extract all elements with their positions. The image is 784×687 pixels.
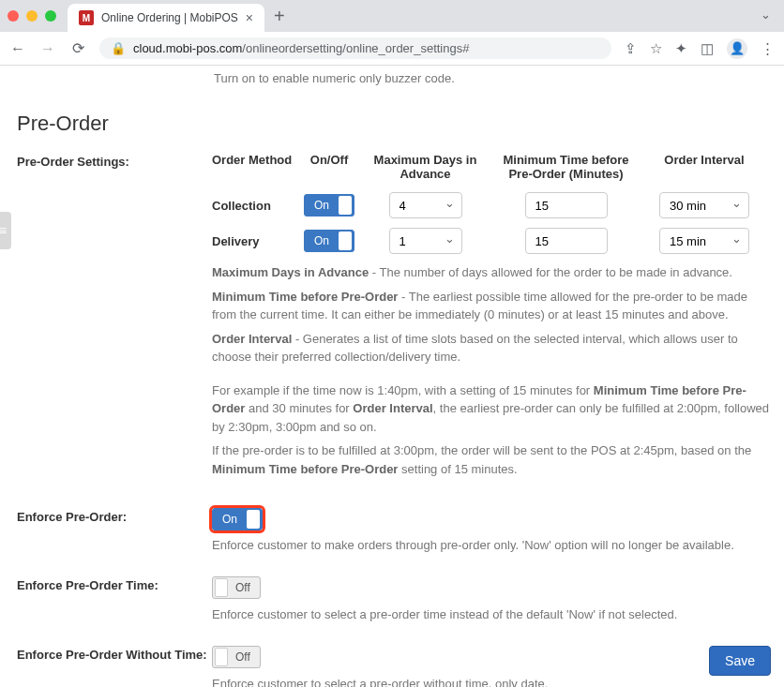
enforce-without-time-toggle[interactable]: Off [212,646,261,668]
back-button[interactable]: ← [9,40,26,57]
row-collection: Collection On 4 30 min [212,192,770,218]
enforce-time-label: Enforce Pre-Order Time: [17,576,212,621]
tab-favicon: M [79,10,94,25]
delivery-max-days-select[interactable]: 1 [389,228,462,254]
page-content: ≡ Turn on to enable numeric only buzzer … [0,71,784,687]
help-interval: Order Interval - Generates a list of tim… [212,330,770,366]
side-drawer-handle[interactable]: ≡ [0,212,11,249]
bookmark-icon[interactable]: ☆ [650,40,662,57]
enforce-without-time-block: Enforce Pre-Order Without Time: Off Enfo… [17,646,767,687]
row-delivery-label: Delivery [212,234,301,248]
help-example-2: If the pre-order is to be fulfilled at 3… [212,441,770,478]
delivery-min-time-input[interactable] [525,228,608,254]
window-controls [8,10,56,22]
header-on-off: On/Off [301,153,357,181]
kebab-menu-icon[interactable]: ⋮ [761,40,775,57]
close-window-button[interactable] [8,10,19,22]
reader-icon[interactable]: ◫ [701,40,714,57]
settings-header-row: Order Method On/Off Maximum Days in Adva… [212,153,770,181]
enforce-preorder-toggle[interactable]: On [212,508,263,530]
enforce-time-desc: Enforce customer to select a pre-order t… [212,607,767,621]
header-max-days: Maximum Days in Advance [357,153,493,181]
enforce-preorder-label: Enforce Pre-Order: [17,508,212,552]
profile-avatar[interactable]: 👤 [727,38,747,59]
collection-toggle[interactable]: On [304,194,354,217]
forward-button[interactable]: → [39,40,56,57]
url-bar[interactable]: 🔒 cloud.mobi-pos.com/onlineordersetting/… [99,37,611,59]
buzzer-code-description: Turn on to enable numeric only buzzer co… [214,71,767,85]
header-order-method: Order Method [212,153,301,181]
tab-strip: M Online Ordering | MobiPOS × + ⌄ [0,0,784,32]
header-interval: Order Interval [639,153,770,181]
share-icon[interactable]: ⇪ [625,40,637,57]
help-max-days: Maximum Days in Advance - The number of … [212,263,770,282]
reload-button[interactable]: ⟳ [69,39,86,57]
tabs-menu-button[interactable]: ⌄ [761,7,771,22]
maximize-window-button[interactable] [45,10,56,22]
enforce-without-time-desc1: Enforce customer to select a pre-order w… [212,677,767,687]
enforce-preorder-block: Enforce Pre-Order: On Enforce customer t… [17,508,767,552]
minimize-window-button[interactable] [26,10,38,22]
row-delivery: Delivery On 1 15 min [212,228,770,254]
help-min-time: Minimum Time before Pre-Order - The earl… [212,288,770,324]
tab-title: Online Ordering | MobiPOS [101,11,238,24]
help-example-1: For example if the time now is 1:40pm, w… [212,381,770,437]
collection-min-time-input[interactable] [525,192,608,218]
browser-tab[interactable]: M Online Ordering | MobiPOS × [68,4,264,32]
enforce-time-block: Enforce Pre-Order Time: Off Enforce cust… [17,576,767,621]
new-tab-button[interactable]: + [264,6,294,27]
browser-chrome: M Online Ordering | MobiPOS × + ⌄ ← → ⟳ … [0,0,784,66]
header-min-time: Minimum Time before Pre-Order (Minutes) [493,153,639,181]
delivery-toggle[interactable]: On [304,230,354,252]
section-title: Pre-Order [17,112,767,136]
enforce-preorder-desc: Enforce customer to make orders through … [212,538,767,552]
url-path: /onlineordersetting/online_order_setting… [242,41,469,55]
row-collection-label: Collection [212,199,301,213]
enforce-time-toggle[interactable]: Off [212,576,261,599]
lock-icon: 🔒 [111,41,126,55]
toolbar-icons: ⇪ ☆ ✦ ◫ 👤 ⋮ [625,38,775,59]
save-button[interactable]: Save [709,646,771,676]
delivery-interval-select[interactable]: 15 min [659,228,749,254]
collection-max-days-select[interactable]: 4 [389,192,462,218]
close-tab-button[interactable]: × [246,10,253,25]
extensions-icon[interactable]: ✦ [675,40,687,57]
preorder-settings-label: Pre-Order Settings: [17,153,212,484]
address-bar-row: ← → ⟳ 🔒 cloud.mobi-pos.com/onlineorderse… [0,32,784,65]
collection-interval-select[interactable]: 30 min [659,192,749,218]
enforce-without-time-label: Enforce Pre-Order Without Time: [17,646,212,687]
url-host: cloud.mobi-pos.com [133,41,242,55]
